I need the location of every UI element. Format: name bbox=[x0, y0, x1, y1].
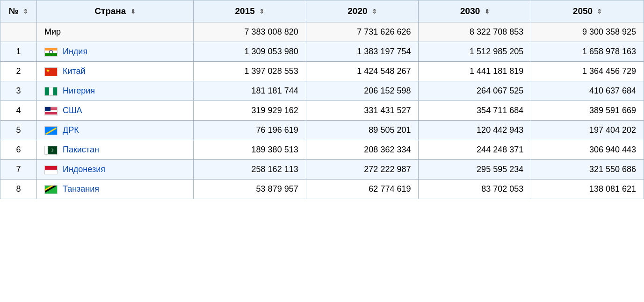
cell-2050: 389 591 669 bbox=[531, 101, 644, 121]
flag-usa bbox=[44, 107, 58, 115]
cell-2015: 189 380 513 bbox=[193, 140, 306, 160]
flag-nigeria bbox=[44, 87, 58, 96]
sort-icon-2020[interactable]: ⇕ bbox=[372, 8, 377, 15]
header-country-label: Страна bbox=[94, 6, 126, 16]
cell-2015: 53 879 957 bbox=[193, 180, 306, 199]
population-table: № ⇕ Страна ⇕ 2015 ⇕ 2020 ⇕ 2030 ⇕ 2050 ⇕ bbox=[0, 0, 644, 199]
flag-china bbox=[44, 67, 58, 76]
table-row: 4 США 319 929 162 331 431 527 354 711 68… bbox=[0, 101, 644, 121]
header-2020-label: 2020 bbox=[347, 6, 367, 16]
flag-india bbox=[44, 48, 58, 57]
country-link[interactable]: Китай bbox=[63, 66, 86, 76]
cell-2030: 120 442 943 bbox=[419, 121, 531, 140]
cell-2050: 306 940 443 bbox=[531, 140, 644, 160]
cell-world-2050: 9 300 358 925 bbox=[531, 22, 644, 42]
cell-num: 3 bbox=[0, 81, 37, 101]
cell-num: 5 bbox=[0, 121, 37, 140]
cell-num: 6 bbox=[0, 140, 37, 160]
table-row: 6 Пакистан 189 380 513 208 362 334 244 2… bbox=[0, 140, 644, 160]
header-2050-label: 2050 bbox=[573, 6, 593, 16]
cell-world-2030: 8 322 708 853 bbox=[419, 22, 531, 42]
cell-2015: 181 181 744 bbox=[193, 81, 306, 101]
table-row: 5 ДРК 76 196 619 89 505 201 120 442 943 … bbox=[0, 121, 644, 140]
cell-num: 8 bbox=[0, 180, 37, 199]
cell-2015: 258 162 113 bbox=[193, 160, 306, 180]
cell-2050: 1 658 978 163 bbox=[531, 42, 644, 62]
cell-2050: 197 404 202 bbox=[531, 121, 644, 140]
country-link[interactable]: Нигерия bbox=[63, 86, 95, 95]
cell-2050: 138 081 621 bbox=[531, 180, 644, 199]
country-link[interactable]: Пакистан bbox=[63, 145, 99, 154]
header-2015[interactable]: 2015 ⇕ bbox=[193, 0, 306, 22]
country-link[interactable]: США bbox=[63, 106, 82, 115]
cell-2030: 295 595 234 bbox=[419, 160, 531, 180]
cell-2030: 83 702 053 bbox=[419, 180, 531, 199]
cell-2015: 1 309 053 980 bbox=[193, 42, 306, 62]
cell-country: Китай bbox=[36, 62, 193, 81]
header-num-label: № bbox=[9, 6, 19, 16]
flag-drc bbox=[44, 126, 58, 135]
cell-2020: 206 152 598 bbox=[306, 81, 419, 101]
sort-icon-2050[interactable]: ⇕ bbox=[597, 8, 602, 15]
header-num[interactable]: № ⇕ bbox=[0, 0, 37, 22]
header-2030-label: 2030 bbox=[460, 6, 480, 16]
cell-country: США bbox=[36, 101, 193, 121]
sort-icon-2015[interactable]: ⇕ bbox=[259, 8, 264, 15]
cell-2050: 1 364 456 729 bbox=[531, 62, 644, 81]
flag-indonesia bbox=[44, 165, 58, 174]
cell-world-2020: 7 731 626 626 bbox=[306, 22, 419, 42]
cell-2015: 76 196 619 bbox=[193, 121, 306, 140]
cell-country: Индонезия bbox=[36, 160, 193, 180]
cell-2030: 1 441 181 819 bbox=[419, 62, 531, 81]
cell-2020: 331 431 527 bbox=[306, 101, 419, 121]
country-link[interactable]: ДРК bbox=[63, 125, 79, 135]
header-2020[interactable]: 2020 ⇕ bbox=[306, 0, 419, 22]
cell-2020: 62 774 619 bbox=[306, 180, 419, 199]
cell-2015: 319 929 162 bbox=[193, 101, 306, 121]
header-country[interactable]: Страна ⇕ bbox=[36, 0, 193, 22]
cell-2015: 1 397 028 553 bbox=[193, 62, 306, 81]
cell-country: Нигерия bbox=[36, 81, 193, 101]
table-row: 3 Нигерия 181 181 744 206 152 598 264 06… bbox=[0, 81, 644, 101]
cell-num: 1 bbox=[0, 42, 37, 62]
cell-country: Пакистан bbox=[36, 140, 193, 160]
sort-icon-2030[interactable]: ⇕ bbox=[485, 8, 490, 15]
cell-2030: 1 512 985 205 bbox=[419, 42, 531, 62]
country-link[interactable]: Танзания bbox=[63, 184, 99, 194]
header-2015-label: 2015 bbox=[235, 6, 255, 16]
cell-2030: 264 067 525 bbox=[419, 81, 531, 101]
cell-num: 2 bbox=[0, 62, 37, 81]
cell-country: ДРК bbox=[36, 121, 193, 140]
sort-icon-num[interactable]: ⇕ bbox=[23, 8, 28, 15]
table-row: 7 Индонезия 258 162 113 272 222 987 295 … bbox=[0, 160, 644, 180]
table-row: 8 Танзания 53 879 957 62 774 619 83 702 … bbox=[0, 180, 644, 199]
cell-2050: 321 550 686 bbox=[531, 160, 644, 180]
country-link[interactable]: Индия bbox=[63, 47, 87, 56]
table-row: 1 Индия 1 309 053 980 1 383 197 754 1 51… bbox=[0, 42, 644, 62]
cell-2020: 1 424 548 267 bbox=[306, 62, 419, 81]
cell-2020: 208 362 334 bbox=[306, 140, 419, 160]
cell-world-country: Мир bbox=[36, 22, 193, 42]
cell-world-num bbox=[0, 22, 37, 42]
flag-pakistan bbox=[44, 146, 58, 155]
cell-country: Танзания bbox=[36, 180, 193, 199]
header-2030[interactable]: 2030 ⇕ bbox=[419, 0, 531, 22]
cell-2020: 89 505 201 bbox=[306, 121, 419, 140]
header-2050[interactable]: 2050 ⇕ bbox=[531, 0, 644, 22]
cell-num: 7 bbox=[0, 160, 37, 180]
country-link[interactable]: Индонезия bbox=[63, 165, 105, 174]
cell-num: 4 bbox=[0, 101, 37, 121]
table-row-world: Мир 7 383 008 820 7 731 626 626 8 322 70… bbox=[0, 22, 644, 42]
flag-tanzania bbox=[44, 185, 58, 194]
cell-2030: 244 248 371 bbox=[419, 140, 531, 160]
cell-country: Индия bbox=[36, 42, 193, 62]
sort-icon-country[interactable]: ⇕ bbox=[130, 8, 136, 15]
cell-2030: 354 711 684 bbox=[419, 101, 531, 121]
cell-2020: 272 222 987 bbox=[306, 160, 419, 180]
table-row: 2 Китай 1 397 028 553 1 424 548 267 1 44… bbox=[0, 62, 644, 81]
cell-2050: 410 637 684 bbox=[531, 81, 644, 101]
cell-2020: 1 383 197 754 bbox=[306, 42, 419, 62]
cell-world-2015: 7 383 008 820 bbox=[193, 22, 306, 42]
